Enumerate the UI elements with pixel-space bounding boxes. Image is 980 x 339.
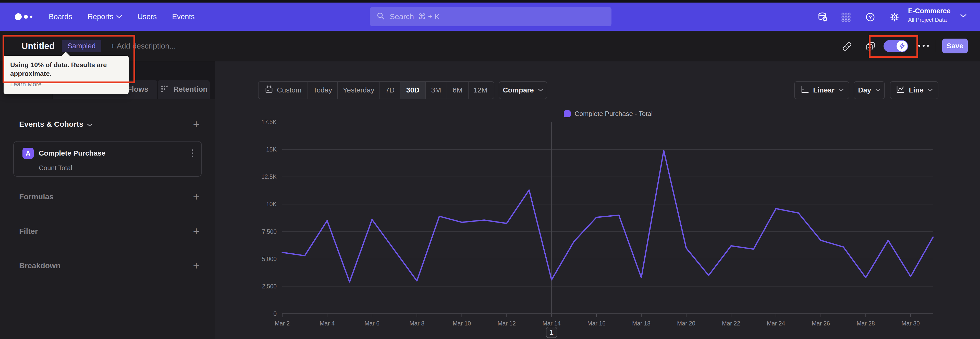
settings-gear-icon[interactable] (889, 11, 900, 23)
range-label: 30D (406, 86, 419, 94)
add-formula-button[interactable]: + (193, 191, 200, 202)
tab-label: Retention (173, 85, 207, 93)
svg-text:5,000: 5,000 (262, 256, 277, 262)
linear-axis-icon (800, 85, 809, 96)
add-breakdown-button[interactable]: + (193, 260, 200, 271)
range-today[interactable]: Today (308, 82, 338, 99)
chart-legend[interactable]: Complete Purchase - Total (283, 110, 933, 118)
insights-line-chart[interactable]: 02,5005,0007,50010K12.5K15K17.5KMar 2Mar… (215, 118, 980, 339)
svg-text:?: ? (869, 14, 872, 20)
add-event-button[interactable]: + (193, 118, 200, 130)
svg-text:Mar 6: Mar 6 (364, 320, 380, 327)
learn-more-link[interactable]: Learn More (10, 81, 41, 88)
mixpanel-logo-icon[interactable] (15, 13, 32, 20)
tooltip-text: Using 10% of data. Results are approxima… (10, 61, 122, 78)
project-scope: All Project Data (908, 17, 951, 23)
breakdown-section-label: Breakdown (19, 261, 60, 270)
data-management-icon[interactable] (817, 11, 828, 23)
query-builder-panel: Events & Cohorts + A Complete Purchase C… (0, 99, 215, 339)
add-description-button[interactable]: + Add description... (110, 42, 176, 50)
window-top-strip (0, 0, 980, 3)
divider (935, 40, 935, 51)
nav-item-label: Users (137, 13, 157, 21)
retention-icon (160, 84, 169, 94)
range-label: Custom (277, 86, 301, 94)
sampled-badge[interactable]: Sampled (62, 40, 101, 52)
sampling-toggle[interactable] (883, 40, 908, 52)
svg-text:Mar 18: Mar 18 (632, 320, 651, 327)
tab-label: Flows (127, 85, 148, 93)
range-yesterday[interactable]: Yesterday (338, 82, 380, 99)
search-input[interactable] (390, 12, 605, 21)
compare-label: Compare (503, 86, 534, 94)
nav-item-events[interactable]: Events (172, 13, 195, 21)
event-metric[interactable]: Count Total (39, 164, 72, 172)
nav-item-users[interactable]: Users (137, 13, 157, 21)
range-30d[interactable]: 30D (401, 82, 426, 99)
nav-item-reports[interactable]: Reports (88, 13, 122, 21)
copy-link-icon[interactable] (842, 41, 853, 52)
project-name: E-Commerce (908, 7, 951, 15)
events-cohorts-label: Events & Cohorts (19, 120, 83, 128)
chevron-down-icon (87, 120, 92, 128)
svg-text:Mar 28: Mar 28 (856, 320, 875, 327)
filter-section-label: Filter (19, 227, 38, 235)
range-label: 3M (431, 86, 441, 94)
range-3m[interactable]: 3M (426, 82, 447, 99)
svg-text:Mar 24: Mar 24 (767, 320, 785, 327)
more-options-icon[interactable] (918, 45, 929, 47)
project-selector[interactable]: E-Commerce All Project Data (908, 7, 951, 23)
apps-grid-icon[interactable] (840, 11, 852, 23)
svg-text:Mar 14: Mar 14 (542, 320, 561, 327)
chevron-down-icon (116, 15, 122, 18)
svg-text:Mar 2: Mar 2 (275, 320, 290, 327)
legend-swatch (564, 110, 571, 117)
event-name: Complete Purchase (39, 149, 105, 157)
sampling-tooltip: Using 10% of data. Results are approxima… (3, 56, 129, 94)
chevron-down-icon[interactable] (960, 14, 967, 19)
chevron-down-icon (875, 89, 880, 92)
event-card[interactable]: A Complete Purchase Count Total (13, 141, 202, 177)
formulas-section-label: Formulas (19, 192, 54, 201)
compare-button[interactable]: Compare (499, 81, 547, 99)
svg-text:10K: 10K (266, 201, 277, 208)
svg-text:0: 0 (273, 310, 277, 317)
svg-text:Mar 16: Mar 16 (587, 320, 606, 327)
save-button[interactable]: Save (942, 38, 968, 53)
app-window: Boards Reports Users Events ? E-Commerce… (0, 0, 980, 339)
range-12m[interactable]: 12M (469, 82, 492, 99)
chevron-down-icon (838, 89, 844, 92)
events-cohorts-heading[interactable]: Events & Cohorts (19, 120, 92, 128)
tooltip-arrow (62, 52, 70, 56)
report-header: Untitled Sampled + Add description... (0, 30, 980, 61)
chart-type-dropdown[interactable]: Line (890, 81, 939, 99)
date-range-control: Custom Today Yesterday 7D 30D 3M 6M 12M (258, 81, 494, 99)
svg-text:Mar 4: Mar 4 (320, 320, 334, 327)
range-label: Yesterday (343, 86, 374, 94)
tab-retention[interactable]: Retention (158, 80, 210, 99)
range-6m[interactable]: 6M (447, 82, 469, 99)
svg-text:Mar 30: Mar 30 (901, 320, 920, 327)
interval-dropdown[interactable]: Day (854, 81, 885, 99)
range-7d[interactable]: 7D (380, 82, 401, 99)
scale-dropdown[interactable]: Linear (794, 81, 850, 99)
chevron-down-icon (928, 89, 933, 92)
add-to-board-icon[interactable] (865, 41, 877, 52)
svg-text:Mar 8: Mar 8 (409, 320, 425, 327)
global-search[interactable] (370, 7, 611, 26)
range-custom[interactable]: Custom (259, 82, 308, 99)
nav-item-label: Boards (49, 13, 72, 21)
nav-item-label: Events (172, 13, 195, 21)
line-chart-icon (896, 85, 905, 96)
top-navbar: Boards Reports Users Events ? E-Commerce… (0, 3, 980, 30)
chart-type-label: Line (909, 86, 924, 94)
add-filter-button[interactable]: + (193, 225, 200, 237)
event-options-icon[interactable] (191, 149, 194, 158)
chart-area: Custom Today Yesterday 7D 30D 3M 6M 12M … (215, 61, 980, 339)
calendar-icon (265, 85, 273, 96)
help-icon[interactable]: ? (865, 11, 876, 23)
nav-item-boards[interactable]: Boards (49, 13, 72, 21)
svg-text:17.5K: 17.5K (261, 119, 277, 125)
report-title[interactable]: Untitled (21, 41, 55, 51)
svg-text:2,500: 2,500 (262, 283, 277, 290)
